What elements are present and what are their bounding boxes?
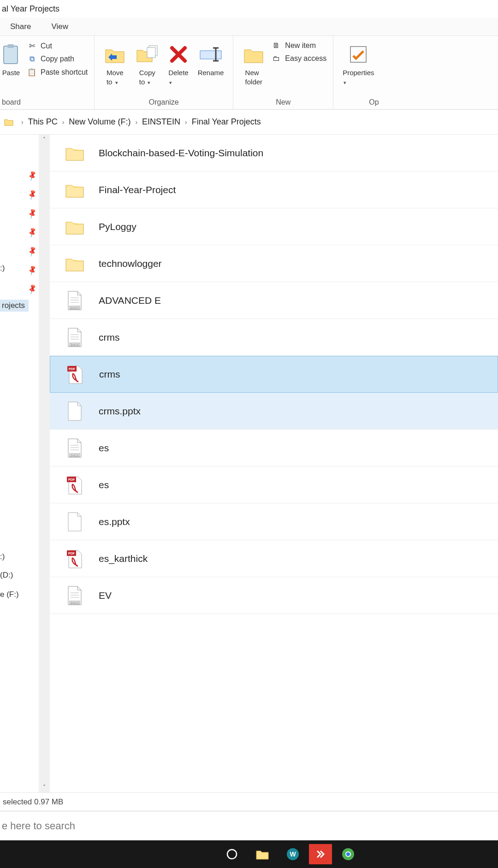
copy-to-button[interactable]: Copy to xyxy=(130,39,164,88)
navigation-pane[interactable]: 📌 📌 📌 📌 📌 📌 📌 :)rojects:)(D:)e (F:) ˄ ˅ xyxy=(0,135,50,792)
easy-access-button[interactable]: 🗀 Easy access xyxy=(269,53,328,64)
blank-icon xyxy=(64,400,86,422)
new-folder-button[interactable]: New folder xyxy=(238,39,269,88)
breadcrumb-part[interactable]: New Volume (F:) xyxy=(69,117,130,127)
file-row[interactable]: Final-Year-Project xyxy=(50,171,498,208)
chevron-right-icon: › xyxy=(135,118,137,126)
ribbon-group-open: Properties Op xyxy=(333,36,383,109)
app-red-taskbar-icon[interactable] xyxy=(309,844,332,864)
window-title-bar: al Year Projects xyxy=(0,0,498,18)
breadcrumb-part[interactable]: This PC xyxy=(28,117,58,127)
file-name: crms.pptx xyxy=(99,406,141,417)
new-item-icon: 🗎 xyxy=(271,41,281,50)
menu-share[interactable]: Share xyxy=(0,22,41,31)
window-title: al Year Projects xyxy=(2,4,59,14)
file-row[interactable]: DOCXEV xyxy=(50,577,498,614)
copy-path-icon: ⧉ xyxy=(27,55,37,63)
breadcrumb-part[interactable]: EINSTEIN xyxy=(142,117,180,127)
scroll-up-icon[interactable]: ˄ xyxy=(39,135,50,145)
chrome-taskbar-icon[interactable] xyxy=(333,843,363,866)
properties-button[interactable]: Properties xyxy=(338,39,379,88)
delete-button[interactable]: Delete xyxy=(164,39,193,88)
file-explorer-taskbar-icon[interactable] xyxy=(247,843,278,866)
chevron-right-icon: › xyxy=(185,118,187,126)
file-name: es.pptx xyxy=(99,516,130,527)
folder-icon xyxy=(64,142,86,164)
pdf-icon: PDF xyxy=(64,474,86,496)
rename-button[interactable]: Rename xyxy=(193,39,229,79)
nav-tree-item[interactable]: :) xyxy=(0,552,5,561)
scissors-icon: ✄ xyxy=(27,41,37,50)
file-row[interactable]: DOCXes xyxy=(50,430,498,466)
svg-text:DOCX: DOCX xyxy=(71,343,78,346)
search-placeholder: e here to search xyxy=(2,820,75,832)
scroll-down-icon[interactable]: ˅ xyxy=(39,782,50,792)
file-row[interactable]: PDFes_karthick xyxy=(50,540,498,577)
svg-text:DOCX: DOCX xyxy=(71,454,78,457)
file-name: es_karthick xyxy=(99,553,148,564)
svg-text:DOCX: DOCX xyxy=(71,307,78,309)
move-to-button[interactable]: Move to xyxy=(99,39,130,88)
pin-icon: 📌 xyxy=(26,264,39,276)
svg-text:DOCX: DOCX xyxy=(71,602,78,604)
file-row[interactable]: PyLoggy xyxy=(50,208,498,245)
folder-icon xyxy=(64,179,86,201)
menu-bar: Share View xyxy=(0,18,498,36)
cut-button[interactable]: ✄ Cut xyxy=(25,41,89,51)
clipboard-icon xyxy=(2,41,20,68)
svg-point-40 xyxy=(346,852,350,856)
docx-icon: DOCX xyxy=(64,585,86,607)
svg-text:PDF: PDF xyxy=(69,367,76,371)
nav-tree-item[interactable]: (D:) xyxy=(0,571,13,580)
docx-icon: DOCX xyxy=(64,326,86,348)
pin-icon: 📌 xyxy=(26,189,39,201)
ribbon-group-new: New folder 🗎 New item 🗀 Easy access New xyxy=(233,36,333,109)
svg-rect-4 xyxy=(200,51,221,59)
file-row[interactable]: PDFes xyxy=(50,466,498,503)
file-row[interactable]: DOCXADVANCED E xyxy=(50,282,498,319)
folder-icon xyxy=(64,216,86,238)
menu-view[interactable]: View xyxy=(41,22,78,31)
ribbon-group-label: New xyxy=(238,98,328,108)
nav-scrollbar[interactable]: ˄ ˅ xyxy=(39,135,50,792)
file-row[interactable]: es.pptx xyxy=(50,503,498,540)
copy-path-button[interactable]: ⧉ Copy path xyxy=(25,54,89,64)
cortana-ring-icon[interactable] xyxy=(217,843,247,866)
file-name: crms xyxy=(99,369,120,380)
svg-rect-8 xyxy=(350,47,366,62)
file-name: EV xyxy=(99,590,112,601)
paste-shortcut-button[interactable]: 📋 Paste shortcut xyxy=(25,67,89,77)
file-name: es xyxy=(99,443,109,454)
file-row[interactable]: PDFcrms xyxy=(50,356,498,393)
file-list[interactable]: Blockchain-based-E-Voting-SimulationFina… xyxy=(50,135,498,792)
taskbar: W xyxy=(0,840,498,868)
scroll-track[interactable] xyxy=(39,145,50,782)
svg-rect-3 xyxy=(147,47,155,58)
quick-access-pins: 📌 📌 📌 📌 📌 📌 📌 xyxy=(28,171,37,294)
paste-button[interactable]: Paste xyxy=(2,39,25,79)
file-row[interactable]: technowlogger xyxy=(50,245,498,282)
file-name: PyLoggy xyxy=(99,221,136,232)
ribbon-group-organize: Move to Copy to Delete Rename xyxy=(95,36,233,109)
nav-tree-item[interactable]: :) xyxy=(0,264,5,273)
file-name: technowlogger xyxy=(99,258,162,269)
svg-text:PDF: PDF xyxy=(68,478,75,481)
file-row[interactable]: Blockchain-based-E-Voting-Simulation xyxy=(50,135,498,171)
ribbon-group-clipboard: Paste ✄ Cut ⧉ Copy path 📋 Paste shortcut… xyxy=(0,36,95,109)
nav-tree-item[interactable]: rojects xyxy=(0,300,29,312)
file-row[interactable]: crms.pptx xyxy=(50,393,498,430)
breadcrumb[interactable]: › This PC › New Volume (F:) › EINSTEIN ›… xyxy=(0,110,498,135)
file-name: ADVANCED E xyxy=(99,295,161,306)
nav-tree-item[interactable]: e (F:) xyxy=(0,590,19,599)
easy-access-icon: 🗀 xyxy=(271,54,281,63)
new-item-button[interactable]: 🗎 New item xyxy=(269,41,328,51)
folder-icon xyxy=(4,117,14,127)
taskbar-search[interactable]: e here to search xyxy=(0,811,498,840)
app-blue-taskbar-icon[interactable]: W xyxy=(278,843,308,866)
ribbon-group-label: board xyxy=(2,98,89,108)
file-row[interactable]: DOCXcrms xyxy=(50,319,498,356)
breadcrumb-part[interactable]: Final Year Projects xyxy=(192,117,261,127)
pin-icon: 📌 xyxy=(26,207,39,219)
svg-point-35 xyxy=(227,850,237,859)
svg-rect-0 xyxy=(4,46,18,64)
